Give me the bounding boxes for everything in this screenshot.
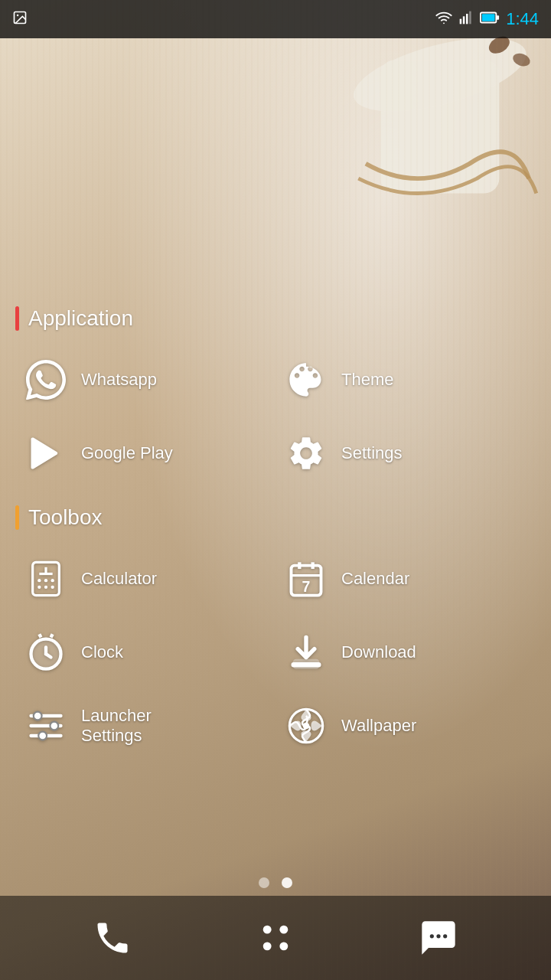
svg-line-32 [51, 634, 53, 637]
whatsapp-icon [23, 357, 69, 403]
svg-rect-3 [463, 16, 465, 24]
dock [0, 896, 551, 980]
clock-icon [23, 629, 69, 675]
svg-point-39 [50, 722, 58, 730]
svg-point-47 [430, 934, 434, 938]
svg-rect-7 [482, 14, 495, 21]
application-grid: Whatsapp Theme Google Play [15, 346, 536, 487]
googleplay-icon [23, 430, 69, 476]
settings-icon [283, 430, 329, 476]
launcher-settings-label: Launcher Settings [81, 706, 152, 746]
toolbox-section-title: Toolbox [28, 505, 103, 530]
svg-point-49 [443, 934, 447, 938]
decoration-image [306, 15, 551, 253]
svg-rect-10 [380, 60, 499, 193]
googleplay-label: Google Play [81, 443, 173, 463]
svg-line-31 [39, 634, 41, 637]
download-label: Download [341, 642, 416, 662]
theme-icon [283, 357, 329, 403]
main-content: Application Whatsapp Theme [0, 306, 551, 778]
page-dots [0, 877, 551, 888]
app-whatsapp[interactable]: Whatsapp [15, 346, 276, 413]
theme-label: Theme [341, 370, 393, 390]
toolbox-section-bar [15, 505, 19, 530]
svg-rect-4 [466, 14, 468, 24]
svg-point-1 [17, 15, 18, 16]
svg-point-12 [511, 51, 532, 69]
svg-point-16 [37, 579, 41, 582]
application-section-header: Application [15, 306, 536, 331]
svg-rect-2 [460, 19, 462, 24]
svg-point-9 [347, 23, 534, 126]
svg-point-43 [263, 926, 272, 934]
status-left [12, 10, 28, 28]
toolbox-grid: Calculator 7 Calendar [15, 545, 536, 760]
svg-text:7: 7 [302, 578, 311, 595]
status-right: 1:44 [435, 9, 539, 29]
svg-point-21 [51, 586, 54, 589]
application-section-bar [15, 306, 19, 331]
launchersettings-icon [23, 703, 69, 749]
svg-point-38 [34, 712, 42, 720]
signal-icon [458, 10, 474, 28]
svg-point-40 [38, 732, 47, 740]
app-settings[interactable]: Settings [276, 420, 536, 487]
svg-point-44 [279, 926, 288, 934]
status-time: 1:44 [506, 9, 539, 29]
app-google-play[interactable]: Google Play [15, 420, 276, 487]
app-calculator[interactable]: Calculator [15, 545, 276, 612]
wallpaper-icon [283, 703, 329, 749]
svg-rect-34 [293, 659, 320, 669]
whatsapp-label: Whatsapp [81, 370, 157, 390]
calculator-label: Calculator [81, 569, 157, 589]
image-icon [12, 10, 28, 28]
svg-point-46 [279, 942, 288, 950]
settings-label: Settings [341, 443, 403, 463]
app-wallpaper[interactable]: Wallpaper [276, 692, 536, 760]
wallpaper-label: Wallpaper [341, 716, 416, 736]
app-calendar[interactable]: 7 Calendar [276, 545, 536, 612]
app-launcher-settings[interactable]: Launcher Settings [15, 692, 276, 760]
wifi-icon [435, 9, 452, 29]
application-section-title: Application [28, 306, 133, 331]
calculator-icon [23, 556, 69, 602]
clock-label: Clock [81, 642, 123, 662]
svg-point-19 [37, 586, 41, 589]
dock-apps[interactable] [249, 911, 302, 965]
page-dot-1[interactable] [259, 877, 269, 888]
svg-point-17 [44, 579, 47, 582]
dock-messages[interactable] [412, 911, 465, 965]
app-theme[interactable]: Theme [276, 346, 536, 413]
calendar-icon: 7 [283, 556, 329, 602]
battery-icon [480, 10, 500, 28]
svg-point-18 [51, 579, 54, 582]
svg-point-48 [437, 934, 441, 938]
dock-phone[interactable] [86, 911, 139, 965]
app-download[interactable]: Download [276, 619, 536, 686]
calendar-label: Calendar [341, 569, 409, 589]
svg-point-20 [44, 586, 47, 589]
toolbox-section-header: Toolbox [15, 505, 536, 530]
page-dot-2[interactable] [282, 877, 292, 888]
app-clock[interactable]: Clock [15, 619, 276, 686]
svg-point-45 [263, 942, 272, 950]
svg-point-42 [303, 723, 310, 730]
status-bar: 1:44 [0, 0, 551, 38]
svg-rect-5 [469, 11, 471, 24]
svg-rect-8 [497, 15, 500, 20]
download-icon [283, 629, 329, 675]
